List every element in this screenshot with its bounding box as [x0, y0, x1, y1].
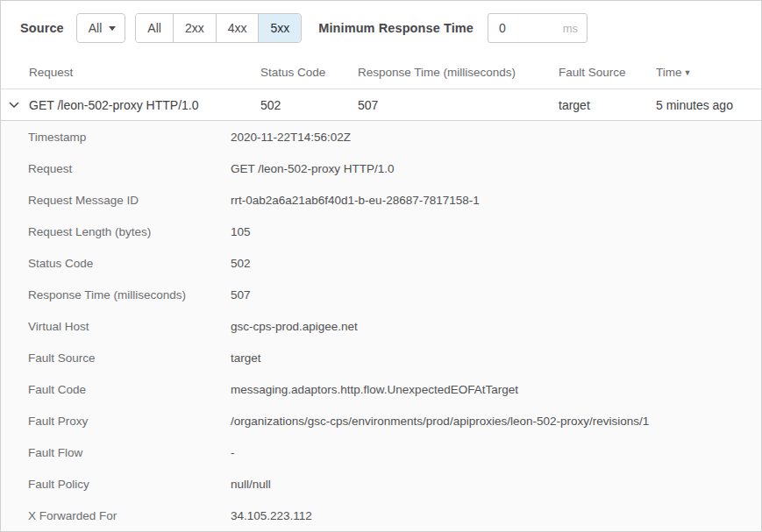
row-fault-source: target	[559, 98, 656, 112]
row-time: 5 minutes ago	[656, 98, 761, 112]
row-response-time: 507	[358, 98, 559, 112]
detail-label: Timestamp	[28, 131, 231, 144]
min-response-time-field: ms	[488, 13, 588, 43]
min-response-time-input[interactable]	[499, 21, 563, 35]
detail-value: 502	[231, 257, 251, 270]
row-status-code: 502	[260, 98, 358, 112]
detail-label: Fault Source	[28, 351, 231, 365]
detail-row-request: RequestGET /leon-502-proxy HTTP/1.0	[1, 153, 761, 184]
detail-label: Status Code	[28, 257, 231, 270]
status-filter-5xx[interactable]: 5xx	[258, 14, 301, 42]
detail-row-request-length-bytes-: Request Length (bytes)105	[1, 216, 761, 247]
table-header: Request Status Code Response Time (milli…	[1, 55, 761, 89]
detail-row-fault-proxy: Fault Proxy/organizations/gsc-cps/enviro…	[1, 405, 761, 436]
detail-list: Timestamp2020-11-22T14:56:02ZRequestGET …	[1, 121, 761, 532]
chevron-down-icon[interactable]	[9, 102, 19, 109]
status-filter-2xx[interactable]: 2xx	[173, 14, 216, 42]
detail-value: 2020-11-22T14:56:02Z	[231, 131, 351, 144]
ms-unit-label: ms	[563, 22, 578, 35]
detail-row-fault-flow: Fault Flow-	[1, 436, 761, 468]
sort-desc-icon: ▼	[684, 68, 692, 77]
detail-row-virtual-host: Virtual Hostgsc-cps-prod.apigee.net	[1, 310, 761, 342]
detail-label: Fault Code	[28, 383, 231, 396]
detail-label: Fault Policy	[28, 478, 231, 491]
caret-down-icon	[109, 26, 116, 31]
row-request: GET /leon-502-proxy HTTP/1.0	[29, 98, 260, 112]
detail-value: 34.105.223.112	[231, 509, 312, 522]
detail-row-timestamp: Timestamp2020-11-22T14:56:02Z	[1, 121, 761, 153]
detail-value: null/null	[231, 478, 271, 491]
detail-value: messaging.adaptors.http.flow.UnexpectedE…	[231, 383, 518, 396]
status-filter-all[interactable]: All	[136, 14, 173, 42]
detail-row-x-forwarded-for: X Forwarded For34.105.223.112	[1, 500, 761, 531]
table-row[interactable]: GET /leon-502-proxy HTTP/1.0 502 507 tar…	[1, 89, 761, 121]
column-header-status-code[interactable]: Status Code	[260, 66, 358, 79]
detail-value: rrt-0ab2a6a21ab6f40d1-b-eu-28687-7817158…	[231, 194, 480, 207]
detail-row-status-code: Status Code502	[1, 247, 761, 279]
source-dropdown[interactable]: All	[76, 13, 126, 43]
status-filter-group: All2xx4xx5xx	[135, 13, 302, 43]
detail-label: Virtual Host	[28, 320, 231, 333]
detail-row-request-message-id: Request Message IDrrt-0ab2a6a21ab6f40d1-…	[1, 184, 761, 216]
detail-row-fault-source: Fault Sourcetarget	[1, 342, 761, 373]
detail-label: Fault Flow	[28, 446, 231, 459]
detail-value: -	[231, 446, 235, 459]
detail-label: Response Time (milliseconds)	[28, 288, 231, 301]
column-header-request[interactable]: Request	[29, 66, 260, 79]
detail-row-fault-code: Fault Codemessaging.adaptors.http.flow.U…	[1, 373, 761, 405]
source-dropdown-value: All	[89, 21, 103, 35]
detail-value: gsc-cps-prod.apigee.net	[231, 320, 358, 333]
min-response-time-label: Minimum Response Time	[318, 21, 474, 35]
detail-row-fault-policy: Fault Policynull/null	[1, 468, 761, 500]
column-header-fault-source[interactable]: Fault Source	[559, 66, 656, 79]
detail-value: target	[231, 351, 261, 365]
detail-label: Request Message ID	[28, 194, 231, 207]
filter-toolbar: Source All All2xx4xx5xx Minimum Response…	[1, 1, 761, 55]
column-header-response-time[interactable]: Response Time (milliseconds)	[358, 66, 559, 79]
detail-value: /organizations/gsc-cps/environments/prod…	[231, 415, 649, 428]
detail-value: 105	[231, 225, 251, 238]
column-header-time[interactable]: Time▼	[656, 66, 761, 79]
detail-label: Fault Proxy	[28, 415, 231, 428]
source-label: Source	[20, 21, 64, 35]
api-monitoring-panel: Source All All2xx4xx5xx Minimum Response…	[0, 0, 762, 532]
status-filter-4xx[interactable]: 4xx	[216, 14, 259, 42]
detail-row-response-time-milliseconds-: Response Time (milliseconds)507	[1, 279, 761, 310]
detail-value: GET /leon-502-proxy HTTP/1.0	[231, 162, 395, 175]
detail-label: Request	[28, 162, 231, 175]
detail-label: X Forwarded For	[28, 509, 231, 522]
detail-value: 507	[231, 288, 251, 301]
detail-label: Request Length (bytes)	[28, 225, 231, 238]
